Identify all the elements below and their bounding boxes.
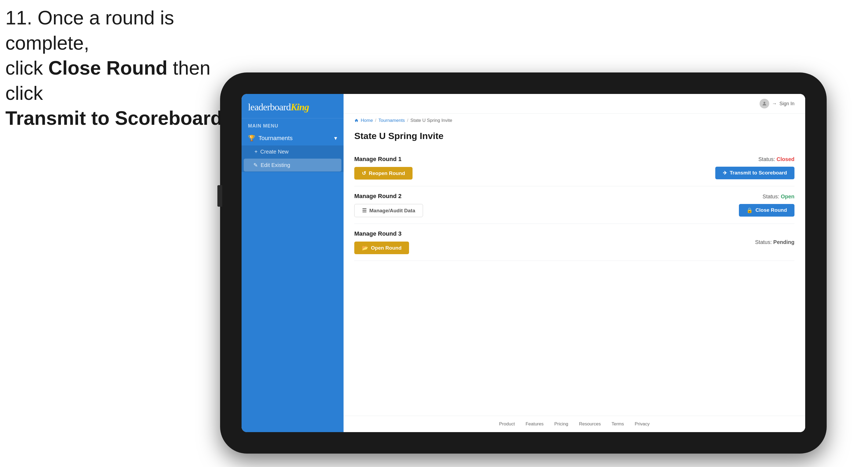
breadcrumb-home[interactable]: Home [361, 118, 373, 123]
round-3-title: Manage Round 3 [354, 230, 409, 237]
sidebar-item-tournaments[interactable]: 🏆 Tournaments ▾ [242, 131, 344, 146]
round-2-status-value: Open [781, 193, 795, 199]
round-1-status-label: Status: [758, 156, 775, 162]
round-3-status-label: Status: [755, 239, 772, 245]
round-2-status-label: Status: [763, 193, 779, 199]
instruction-line1: 11. Once a round is complete, [5, 7, 174, 54]
round-2-section: Manage Round 2 ☰ Manage/Audit Data Statu… [354, 186, 795, 224]
top-header: → Sign In [344, 94, 805, 114]
breadcrumb: Home / Tournaments / State U Spring Invi… [344, 114, 805, 125]
lock-icon: 🔒 [746, 207, 753, 213]
tablet-device: leaderboardKing MAIN MENU 🏆 Tournaments … [220, 72, 827, 454]
round-1-section: Manage Round 1 ↺ Reopen Round Status: Cl… [354, 149, 795, 186]
round-3-left: Manage Round 3 📂 Open Round [354, 230, 409, 254]
logo-king: King [291, 102, 309, 113]
instruction-text: 11. Once a round is complete, click Clos… [5, 5, 247, 131]
footer-link-product[interactable]: Product [499, 422, 515, 427]
reopen-round-label: Reopen Round [369, 170, 405, 176]
breadcrumb-sep2: / [407, 118, 408, 123]
sidebar-submenu-tournaments: + Create New ✎ Edit Existing [242, 146, 344, 172]
sidebar-item-tournaments-left: 🏆 Tournaments [248, 135, 292, 142]
chevron-down-icon: ▾ [334, 135, 337, 142]
footer-link-terms[interactable]: Terms [612, 422, 624, 427]
round-3-right: Status: Pending [755, 239, 795, 245]
open-icon: 📂 [362, 245, 368, 251]
sidebar-tournaments-label: Tournaments [258, 135, 292, 142]
instruction-bold1: Close Round [48, 57, 167, 79]
round-3-section: Manage Round 3 📂 Open Round Status: Pend… [354, 224, 795, 261]
footer-link-pricing[interactable]: Pricing [554, 422, 568, 427]
sidebar-create-new-label: Create New [260, 149, 289, 155]
open-round-label: Open Round [371, 245, 402, 251]
logo: leaderboardKing [248, 101, 337, 113]
instruction-line2: click [5, 57, 48, 79]
footer-link-privacy[interactable]: Privacy [635, 422, 650, 427]
trophy-icon: 🏆 [248, 135, 255, 142]
sidebar-edit-existing-label: Edit Existing [260, 162, 290, 168]
send-icon: ✈ [723, 170, 727, 176]
manage-audit-button[interactable]: ☰ Manage/Audit Data [354, 204, 423, 217]
footer: Product Features Pricing Resources Terms… [344, 416, 805, 432]
sidebar-subitem-edit-existing[interactable]: ✎ Edit Existing [244, 159, 341, 172]
manage-audit-label: Manage/Audit Data [369, 208, 415, 214]
transmit-scoreboard-label: Transmit to Scoreboard [730, 170, 787, 176]
round-2-title: Manage Round 2 [354, 193, 423, 200]
page-title: State U Spring Invite [354, 131, 795, 141]
page-content: State U Spring Invite Manage Round 1 ↺ R… [344, 125, 805, 416]
app-layout: leaderboardKing MAIN MENU 🏆 Tournaments … [242, 94, 805, 432]
round-3-status: Status: Pending [755, 239, 795, 245]
round-2-left: Manage Round 2 ☰ Manage/Audit Data [354, 193, 423, 217]
round-1-right: Status: Closed ✈ Transmit to Scoreboard [715, 156, 795, 179]
round-3-status-value: Pending [773, 239, 795, 245]
round-2-right: Status: Open 🔒 Close Round [739, 193, 795, 217]
transmit-scoreboard-button[interactable]: ✈ Transmit to Scoreboard [715, 167, 795, 179]
breadcrumb-tournaments[interactable]: Tournaments [378, 118, 405, 123]
instruction-bold2: Transmit to Scoreboard. [5, 107, 227, 129]
main-menu-label: MAIN MENU [242, 118, 344, 131]
sidebar: leaderboardKing MAIN MENU 🏆 Tournaments … [242, 94, 344, 432]
tablet-side-button [217, 185, 222, 207]
round-1-left: Manage Round 1 ↺ Reopen Round [354, 156, 412, 180]
audit-icon: ☰ [362, 208, 367, 214]
round-1-status: Status: Closed [758, 156, 795, 162]
plus-icon: + [254, 149, 258, 155]
footer-link-resources[interactable]: Resources [579, 422, 601, 427]
sign-in-arrow-icon: → [772, 101, 777, 106]
round-2-status: Status: Open [763, 193, 795, 200]
sign-in-label: Sign In [779, 101, 795, 106]
close-round-button[interactable]: 🔒 Close Round [739, 204, 795, 217]
open-round-button[interactable]: 📂 Open Round [354, 242, 409, 254]
home-icon [354, 118, 359, 123]
refresh-icon: ↺ [362, 170, 366, 176]
tablet-screen: leaderboardKing MAIN MENU 🏆 Tournaments … [242, 94, 805, 432]
edit-icon: ✎ [253, 162, 258, 168]
logo-area: leaderboardKing [242, 94, 344, 118]
footer-link-features[interactable]: Features [526, 422, 544, 427]
user-avatar [760, 99, 769, 108]
reopen-round-button[interactable]: ↺ Reopen Round [354, 167, 412, 180]
close-round-label: Close Round [755, 207, 787, 213]
sign-in-area[interactable]: → Sign In [760, 99, 795, 108]
sidebar-subitem-create-new[interactable]: + Create New [242, 146, 344, 158]
svg-point-2 [764, 102, 766, 103]
main-content: → Sign In Home / Tournaments / State U S… [344, 94, 805, 432]
round-1-status-value: Closed [776, 156, 795, 162]
round-1-title: Manage Round 1 [354, 156, 412, 163]
breadcrumb-current: State U Spring Invite [410, 118, 452, 123]
breadcrumb-sep1: / [375, 118, 376, 123]
logo-leaderboard: leaderboard [248, 102, 291, 113]
